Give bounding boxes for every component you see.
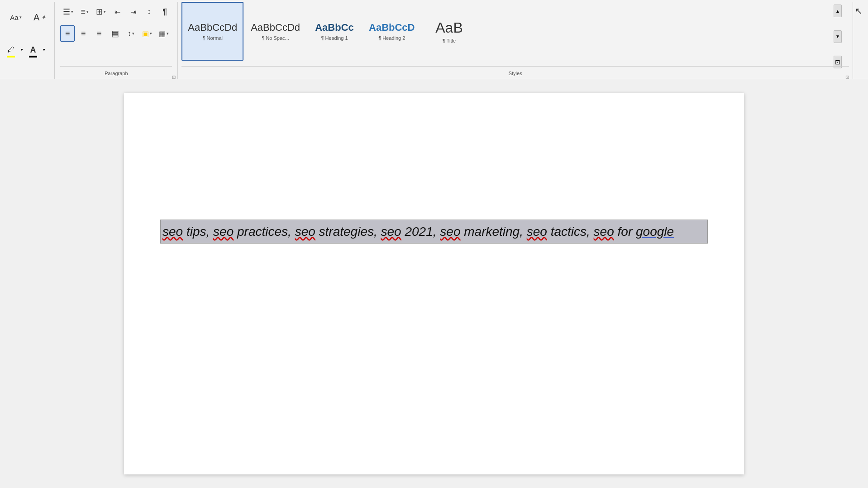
shading-chevron: ▾ [150,31,152,36]
justify-icon: ▤ [111,29,119,38]
align-center-button[interactable]: ≡ [76,25,91,42]
styles-scroll-down[interactable]: ▼ [834,30,842,43]
borders-chevron: ▾ [167,31,169,36]
font-row2: 🖊 ▾ A ▾ [4,34,49,65]
style-heading1[interactable]: AaBbCc ¶ Heading 1 [307,2,362,61]
style-heading2-label: ¶ Heading 2 [378,35,405,41]
borders-button[interactable]: ▦ ▾ [156,25,172,42]
word-seo7: seo [594,225,614,239]
styles-expand-icon[interactable]: ⊡ [845,75,849,80]
align-center-icon: ≡ [81,29,86,38]
cursor-icon: ↖ [855,5,863,16]
align-left-button[interactable]: ≡ [60,25,75,42]
paragraph-section-container: ☰ ▾ ≡ ▾ ⊞ ▾ ⇤ ⇥ [55,2,178,79]
shading-icon: ▣ [142,29,149,38]
toolbar: Aa ▾ A✦ 🖊 ▾ A ▾ [0,0,868,79]
show-paragraph-button[interactable]: ¶ [157,4,172,20]
paragraph-mark-icon: ¶ [162,7,167,17]
align-right-button[interactable]: ≡ [92,25,106,42]
font-name-button[interactable]: Aa ▾ [4,9,28,25]
font-color-icon: A [30,45,36,55]
highlight-icon: 🖊 [7,46,14,54]
toolbar-far-right: ↖ [853,2,864,79]
highlight-button[interactable]: 🖊 [4,40,18,60]
line-spacing-chevron: ▾ [132,31,134,36]
word-google: google [636,225,674,239]
numbering-chevron: ▾ [86,10,89,14]
word-seo1: seo [162,225,183,239]
font-color-dropdown[interactable]: ▾ [43,48,45,52]
selected-text[interactable]: seo tips, seo practices, seo strategies,… [160,220,708,244]
paragraph-expand-icon[interactable]: ⊡ [172,75,176,80]
numbering-button[interactable]: ≡ ▾ [77,4,92,20]
align-right-icon: ≡ [97,29,102,38]
bullets-chevron: ▾ [71,10,73,14]
text-content: seo tips, seo practices, seo strategies,… [162,225,674,239]
highlight-color-bar [7,56,15,57]
styles-section-container: AaBbCcDd ¶ Normal AaBbCcDd ¶ No Spac... … [178,2,853,79]
increase-indent-button[interactable]: ⇥ [126,4,140,20]
decrease-indent-icon: ⇤ [114,8,120,16]
word-seo6: seo [527,225,547,239]
style-no-spacing-label: ¶ No Spac... [262,35,289,41]
increase-indent-icon: ⇥ [130,8,136,16]
font-name-chevron: ▾ [19,15,22,19]
paragraph-rows: ☰ ▾ ≡ ▾ ⊞ ▾ ⇤ ⇥ [60,2,172,66]
selected-text-container: seo tips, seo practices, seo strategies,… [160,220,708,244]
highlight-dropdown[interactable]: ▾ [21,48,23,52]
paragraph-section-label: Paragraph [105,71,128,76]
styles-scrollbar: ▲ ▼ ⊡ [833,4,842,69]
font-transform-icon: A✦ [33,12,46,23]
word-seo5: seo [440,225,460,239]
style-no-spacing-preview: AaBbCcDd [251,22,300,33]
word-seo4: seo [381,225,401,239]
styles-gallery: AaBbCcDd ¶ Normal AaBbCcDd ¶ No Spac... … [181,2,849,66]
font-color-button[interactable]: A [26,40,40,60]
style-normal-label: ¶ Normal [203,35,223,41]
font-row1: Aa ▾ A✦ [4,2,49,33]
document-page[interactable]: seo tips, seo practices, seo strategies,… [124,93,744,474]
sort-button[interactable]: ↕ [142,4,156,20]
shading-button[interactable]: ▣ ▾ [139,25,155,42]
style-normal[interactable]: AaBbCcDd ¶ Normal [181,2,243,61]
styles-section-label: Styles [509,71,522,76]
multilevel-chevron: ▾ [104,10,106,14]
multilevel-button[interactable]: ⊞ ▾ [93,4,109,20]
styles-scroll-up[interactable]: ▲ [834,5,842,17]
para-row-1: ☰ ▾ ≡ ▾ ⊞ ▾ ⇤ ⇥ [60,2,172,22]
style-title[interactable]: AaB ¶ Title [422,2,477,61]
sort-icon: ↕ [147,8,151,16]
borders-icon: ▦ [159,29,166,38]
word-seo3: seo [295,225,315,239]
word-seo2: seo [213,225,234,239]
style-title-preview: AaB [435,19,463,36]
bullets-icon: ☰ [63,7,70,17]
line-spacing-icon: ↕ [128,29,131,38]
font-section: Aa ▾ A✦ 🖊 ▾ A ▾ [4,2,55,79]
style-heading1-preview: AaBbCc [315,22,354,33]
style-heading2[interactable]: AaBbCcD ¶ Heading 2 [362,2,421,61]
justify-button[interactable]: ▤ [108,25,122,42]
numbering-icon: ≡ [81,7,86,17]
document-area: seo tips, seo practices, seo strategies,… [0,79,868,488]
style-heading1-label: ¶ Heading 1 [321,35,348,41]
font-transform-button[interactable]: A✦ [31,9,49,25]
multilevel-icon: ⊞ [96,7,103,17]
decrease-indent-button[interactable]: ⇤ [110,4,124,20]
bullets-button[interactable]: ☰ ▾ [60,4,76,20]
style-normal-preview: AaBbCcDd [188,22,237,33]
style-title-label: ¶ Title [443,38,456,43]
align-left-icon: ≡ [65,29,70,38]
line-spacing-button[interactable]: ↕ ▾ [124,25,138,42]
style-heading2-preview: AaBbCcD [369,22,415,33]
font-color-bar [29,56,37,57]
para-row-2: ≡ ≡ ≡ ▤ ↕ ▾ [60,24,172,43]
font-name-label: Aa [10,14,18,21]
style-no-spacing[interactable]: AaBbCcDd ¶ No Spac... [244,2,306,61]
